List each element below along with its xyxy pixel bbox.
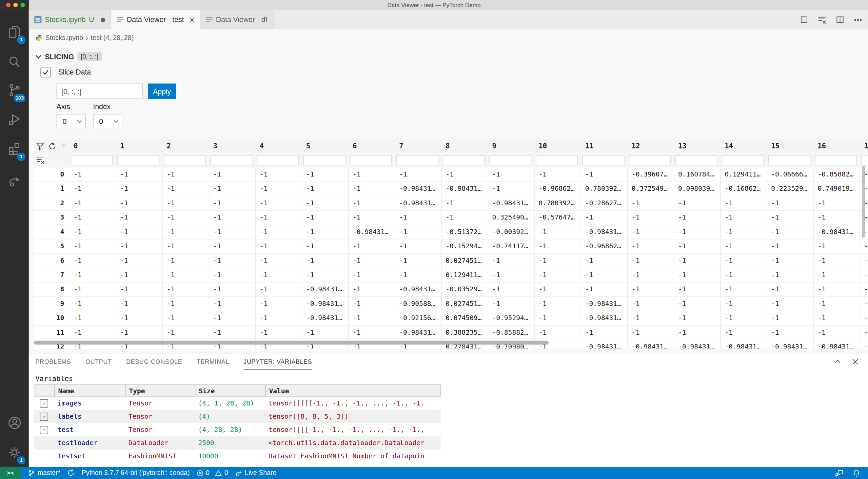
variable-row[interactable]: ↗labelsTensor(4)tensor([8, 8, 5, 3]) (34, 410, 441, 423)
apply-button[interactable]: Apply (148, 84, 176, 99)
variable-row[interactable]: testsetFashionMNIST10000Dataset FashionM… (34, 450, 441, 463)
grid-cell: -1 (116, 297, 163, 311)
type-column-header[interactable]: Type (125, 385, 195, 396)
column-filter-input[interactable] (675, 155, 717, 165)
grid-column-header[interactable]: 11 (581, 139, 628, 153)
problems-status[interactable]: 0 0 (196, 469, 228, 477)
grid-column-header[interactable]: 10 (535, 139, 581, 153)
column-filter-input[interactable] (396, 155, 438, 165)
feedback-icon[interactable] (835, 469, 844, 477)
clear-filters-icon[interactable] (36, 156, 45, 165)
grid-cell: -1 (860, 326, 868, 340)
column-filter-input[interactable] (117, 155, 159, 165)
horizontal-scrollbar[interactable] (34, 341, 549, 345)
grid-column-header[interactable]: 16 (814, 139, 860, 153)
column-filter-input[interactable] (164, 155, 206, 165)
tab-stocks-ipynb[interactable]: Stocks.ipynb U (29, 10, 111, 29)
panel-tab-debug-console[interactable]: DEBUG CONSOLE (126, 353, 182, 370)
sort-up-icon[interactable] (60, 142, 67, 149)
grid-column-header[interactable]: 3 (209, 139, 256, 153)
grid-column-header[interactable]: 7 (395, 139, 442, 153)
axis-dropdown[interactable]: 0 (57, 114, 86, 128)
sidebar-item-source-control[interactable]: 103 (0, 77, 29, 103)
column-filter-input[interactable] (350, 155, 392, 165)
live-share-status[interactable]: Live Share (235, 469, 276, 477)
open-in-data-viewer-icon[interactable]: ↗ (40, 425, 48, 434)
panel-tab-jupyter-variables[interactable]: JUPYTER: VARIABLES (243, 353, 312, 370)
grid-column-header[interactable]: 13 (674, 139, 721, 153)
name-column-header[interactable]: Name (54, 385, 125, 396)
grid-column-header[interactable]: 15 (767, 139, 814, 153)
bell-icon[interactable] (852, 469, 860, 477)
grid-cell: -1 (70, 182, 116, 196)
breadcrumb-file[interactable]: Stocks.ipynb (45, 34, 83, 42)
grid-cell: -1 (349, 311, 395, 325)
variable-row[interactable]: ↗testTensor(4, 28, 28)tensor([[[-1., -1.… (34, 423, 441, 436)
unsaved-dot-icon[interactable] (101, 17, 105, 22)
slice-data-checkbox[interactable] (40, 67, 51, 78)
more-actions-icon[interactable] (854, 15, 863, 24)
grid-column-header[interactable]: 6 (349, 139, 395, 153)
open-in-data-viewer-icon[interactable]: ↗ (40, 399, 48, 407)
sidebar-item-run-debug[interactable] (0, 106, 29, 132)
split-editor-icon[interactable] (836, 16, 844, 24)
column-filter-input[interactable] (722, 155, 764, 165)
column-filter-input[interactable] (257, 155, 299, 165)
column-filter-input[interactable] (210, 155, 252, 165)
remote-indicator[interactable]: >< (0, 467, 21, 479)
index-dropdown[interactable]: 0 (93, 114, 122, 128)
sidebar-item-extensions[interactable]: 1 (0, 136, 29, 162)
sync-status[interactable] (67, 469, 75, 477)
column-filter-input[interactable] (489, 155, 531, 165)
sidebar-item-live-share[interactable] (0, 168, 29, 194)
collapse-panel-icon[interactable] (834, 358, 842, 366)
refresh-icon[interactable] (48, 142, 56, 150)
grid-column-header[interactable]: 8 (442, 139, 488, 153)
account-button[interactable] (0, 409, 29, 436)
variable-row[interactable]: ↗imagesTensor(4, 1, 28, 28)tensor([[[[-1… (34, 397, 441, 410)
git-branch-status[interactable]: master* (28, 469, 61, 477)
grid-cell: -1 (535, 268, 581, 282)
tab-data-viewer-df[interactable]: Data Viewer - df (200, 10, 273, 29)
column-filter-input[interactable] (815, 155, 857, 165)
grid-column-header[interactable]: 17 (860, 139, 868, 153)
value-column-header[interactable]: Value (265, 385, 441, 396)
filter-icon[interactable] (36, 142, 44, 150)
column-filter-input[interactable] (583, 155, 625, 165)
sidebar-item-search[interactable] (0, 49, 29, 75)
column-filter-input[interactable] (861, 155, 868, 165)
column-filter-input[interactable] (303, 155, 346, 165)
grid-cell: -1 (209, 240, 256, 253)
python-interpreter-status[interactable]: Python 3.7.7 64-bit ('pytorch': conda) (82, 469, 190, 477)
grid-column-header[interactable]: 1 (116, 139, 163, 153)
close-panel-icon[interactable] (851, 358, 859, 366)
clear-list-icon[interactable] (817, 15, 826, 24)
tab-data-viewer-test[interactable]: Data Viewer - test × (111, 10, 200, 29)
open-in-data-viewer-icon[interactable]: ↗ (40, 412, 48, 420)
column-filter-input[interactable] (768, 155, 810, 165)
column-filter-input[interactable] (536, 155, 578, 165)
panel-tab-terminal[interactable]: TERMINAL (197, 353, 229, 370)
settings-button[interactable]: 1 (0, 439, 29, 465)
grid-column-header[interactable]: 12 (628, 139, 674, 153)
grid-column-header[interactable]: 2 (163, 139, 209, 153)
grid-column-header[interactable]: 5 (302, 139, 349, 153)
slicing-section-header[interactable]: SLICING [0, :, :] (35, 52, 101, 61)
slice-expression-input[interactable] (57, 84, 143, 99)
square-icon[interactable] (800, 16, 808, 24)
grid-column-header[interactable]: 4 (256, 139, 302, 153)
sidebar-item-explorer[interactable]: 1 (0, 19, 29, 45)
grid-column-header[interactable]: 9 (488, 139, 535, 153)
grid-column-header[interactable]: 14 (721, 139, 767, 153)
size-column-header[interactable]: Size (195, 385, 265, 396)
panel-tab-problems[interactable]: PROBLEMS (35, 353, 71, 370)
vertical-scrollbar[interactable] (862, 166, 865, 238)
panel-tab-output[interactable]: OUTPUT (85, 353, 112, 370)
column-filter-input[interactable] (443, 155, 485, 165)
grid-column-header[interactable]: 0 (70, 139, 116, 153)
column-filter-input[interactable] (71, 155, 113, 165)
column-filter-input[interactable] (629, 155, 671, 165)
close-tab-icon[interactable]: × (190, 15, 194, 24)
variable-row[interactable]: testloaderDataLoader2500<torch.utils.dat… (34, 436, 441, 450)
breadcrumb-item[interactable]: test (4, 28, 28) (91, 34, 134, 42)
